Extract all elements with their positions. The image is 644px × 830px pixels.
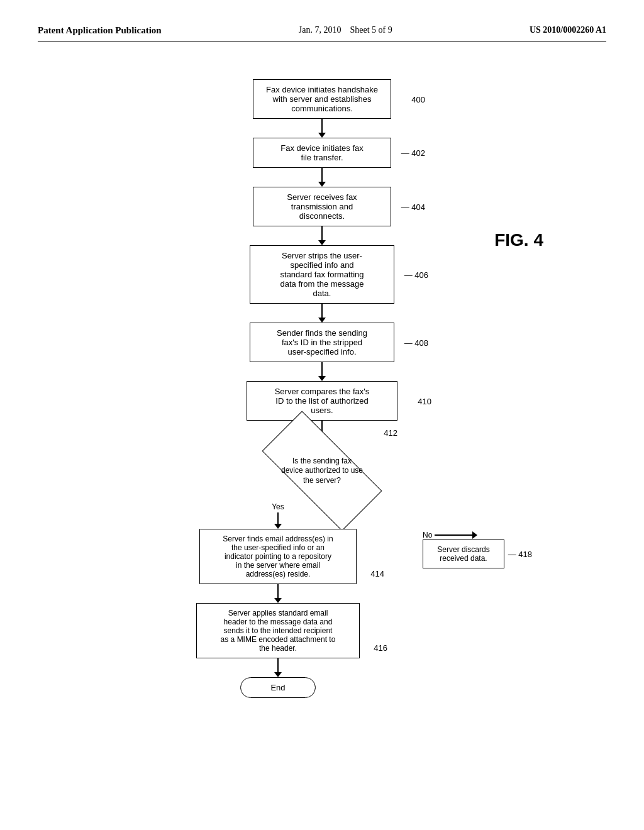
box-410: Server compares the fax'sID to the list … [247,381,397,421]
yes-branch: Yes Server finds email address(es) inthe… [140,502,416,698]
branch-container: Yes Server finds email address(es) inthe… [140,502,504,698]
arrow-404-406 [318,226,326,245]
arrow-402-404 [318,168,326,187]
ref-408: — 408 [404,338,428,347]
diamond-412: Is the sending faxdevice authorized to u… [259,440,385,502]
box-408: Sender finds the sendingfax's ID in the … [250,323,394,362]
box-402-text: Fax device initiates faxfile transfer. [280,143,364,162]
ref-410: 410 [418,396,431,406]
yes-line [277,512,279,524]
step-408: Sender finds the sendingfax's ID in the … [250,323,394,381]
box-402: Fax device initiates faxfile transfer. —… [253,138,391,168]
end-box: End [240,677,316,698]
ref-418: — 418 [508,550,532,559]
box-418-text: Server discardsreceived data. [437,545,489,563]
ref-400: 400 [411,94,425,104]
box-414-text: Server finds email address(es) inthe use… [223,534,333,578]
no-label: No [423,531,432,540]
publication-title: Patent Application Publication [38,25,162,36]
patent-number: US 2010/0002260 A1 [530,25,606,35]
end-label: End [270,683,285,692]
ref-412: 412 [384,428,397,438]
no-arrowhead [472,531,477,539]
arrow-400-402 [318,119,326,138]
no-hline [435,534,472,536]
ref-402: — 402 [401,148,425,158]
yes-arrow: Yes [272,502,284,529]
arrow-406-408 [318,304,326,323]
box-416-text: Server applies standard emailheader to t… [221,609,336,653]
diamond-412-text: Is the sending faxdevice authorized to u… [272,456,372,486]
arrow-414-416 [274,584,282,603]
pub-date: Jan. 7, 2010 [299,25,341,35]
sheet-info: Sheet 5 of 9 [350,25,392,35]
ref-414: 414 [370,569,384,578]
box-404: Server receives faxtransmission anddisco… [253,187,391,226]
yes-label: Yes [272,502,284,511]
box-414: Server finds email address(es) inthe use… [199,529,357,584]
arrow-416-end [274,658,282,677]
ref-416: 416 [374,643,387,653]
yes-arrowhead [274,524,282,529]
step-404: Server receives faxtransmission anddisco… [253,187,391,245]
date-sheet: Jan. 7, 2010 Sheet 5 of 9 [299,25,392,35]
no-arrow-h: No [423,531,477,540]
box-408-text: Sender finds the sendingfax's ID in the … [277,328,367,357]
ref-406: — 406 [404,270,428,279]
step-406: Server strips the user-specified info an… [250,245,394,323]
ref-404: — 404 [401,202,425,211]
no-branch: No Server discardsreceived data. — 418 [416,531,504,568]
step-402: Fax device initiates faxfile transfer. —… [253,138,391,187]
decision-section: Is the sending faxdevice authorized to u… [133,440,511,698]
box-406-text: Server strips the user-specified info an… [280,251,364,298]
box-416: Server applies standard emailheader to t… [196,603,360,658]
page: Patent Application Publication Jan. 7, 2… [0,0,644,830]
arrow-408-410 [318,362,326,381]
box-400: Fax device initiates handshakewith serve… [253,79,391,119]
flowchart-diagram: FIG. 4 Fax device initiates handshakewit… [38,67,606,698]
page-header: Patent Application Publication Jan. 7, 2… [38,25,606,42]
figure-label: FIG. 4 [494,230,543,250]
step-400: Fax device initiates handshakewith serve… [253,79,391,138]
box-418: Server discardsreceived data. — 418 [423,540,504,568]
box-410-text: Server compares the fax'sID to the list … [275,387,370,415]
box-404-text: Server receives faxtransmission anddisco… [287,192,357,221]
box-406: Server strips the user-specified info an… [250,245,394,304]
box-400-text: Fax device initiates handshakewith serve… [266,85,378,113]
